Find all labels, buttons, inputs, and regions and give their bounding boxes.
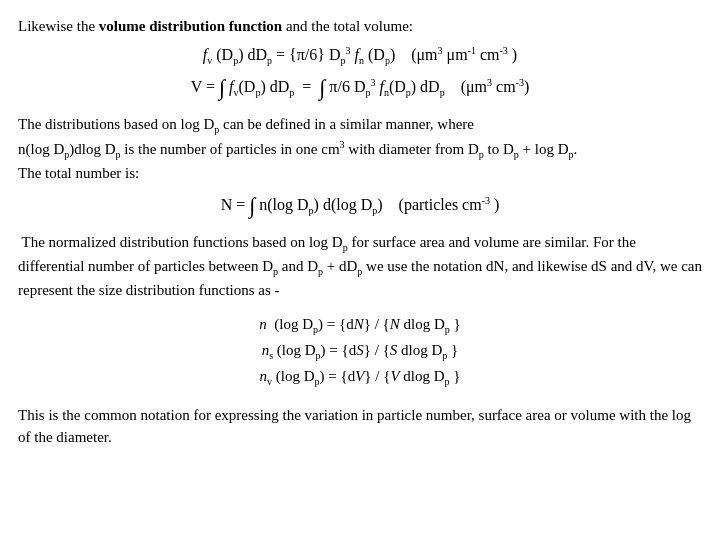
equation-N: N = ∫ n(log Dp) d(log Dp) (particles cm-… (18, 195, 702, 218)
page-content: Likewise the volume distribution functio… (18, 18, 702, 449)
intro-text-after: and the total volume: (282, 18, 413, 34)
para1-line2: n(log Dp)dlog Dp is the number of partic… (18, 141, 577, 157)
para1-line3: The total number is: (18, 165, 139, 181)
equation-fv: fv (Dp) dDp = {π/6} Dp3 fn (Dp) (μm3 μm-… (18, 45, 702, 67)
intro-line: Likewise the volume distribution functio… (18, 18, 702, 35)
para2: The normalized distribution functions ba… (18, 231, 702, 302)
para1-line1: The distributions based on log Dp can be… (18, 116, 474, 132)
footer-content: This is the common notation for expressi… (18, 407, 691, 446)
N-eq: N = ∫ n(log Dp) d(log Dp) (221, 196, 383, 213)
notation-block: n (log Dp) = {dN} / {N dlog Dp } ns (log… (18, 312, 702, 390)
intro-text-before: Likewise the (18, 18, 99, 34)
fv-lhs: fv (Dp) dDp = {π/6} Dp3 fn (Dp) (203, 46, 395, 63)
notation-line2: ns (log Dp) = {dS} / {S dlog Dp } (262, 342, 459, 358)
para1: The distributions based on log Dp can be… (18, 113, 702, 185)
footer-text: This is the common notation for expressi… (18, 404, 702, 449)
fv-units: (μm3 μm-1 cm-3 ) (411, 46, 517, 63)
N-units: (particles cm-3 ) (399, 196, 500, 213)
V-units: (μm3 cm-3) (461, 78, 530, 95)
notation-line1: n (log Dp) = {dN} / {N dlog Dp } (259, 316, 460, 332)
V-lhs: V = ∫ fv(Dp) dDp = ∫ π/6 Dp3 fn(Dp) dDp (191, 78, 445, 95)
equation-V: V = ∫ fv(Dp) dDp = ∫ π/6 Dp3 fn(Dp) dDp … (18, 77, 702, 100)
intro-bold: volume distribution function (99, 18, 282, 34)
notation-line3: nv (log Dp) = {dV} / {V dlog Dp } (259, 368, 460, 384)
